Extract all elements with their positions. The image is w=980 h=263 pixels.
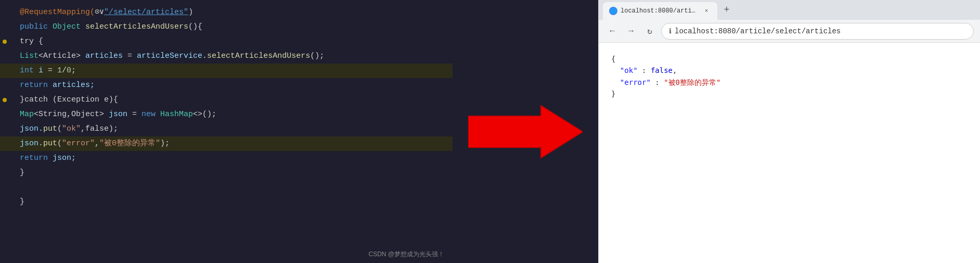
ret-articles: articles; — [48, 81, 95, 90]
comma-2: , — [95, 139, 99, 148]
json-ref-1: json. — [20, 124, 43, 133]
service-method: selectArticlesAndUsers — [207, 52, 310, 60]
annotation-keyword: @RequestMapping( — [20, 8, 95, 17]
line-6-content: return articles; — [9, 78, 447, 93]
code-line-8: Map<String,Object> json = new HashMap<>(… — [0, 107, 453, 122]
ok-key: "ok" — [62, 124, 81, 133]
sym: ⊙∨ — [95, 8, 104, 17]
put-method-1: put — [43, 124, 57, 133]
eq2: = — [43, 66, 57, 75]
lock-icon: ℹ — [669, 27, 672, 35]
line-1-content: @RequestMapping(⊙∨"/select/articles") — [9, 5, 447, 20]
code-line-12: } — [0, 166, 453, 180]
code-line-11: return json; — [0, 151, 453, 166]
dot: . — [202, 52, 207, 60]
code-line-9: json.put("ok",false); — [0, 122, 453, 136]
right-arrow-icon — [468, 103, 583, 160]
code-line-5: int i = 1/0; — [0, 64, 453, 78]
json-brace-open: { — [611, 53, 968, 65]
json-ok-line: "ok" : false, — [611, 65, 968, 76]
json-error-line: "error" : "被0整除的异常" — [611, 77, 968, 88]
brace: (){ — [188, 22, 202, 31]
type-object: Object — [53, 22, 85, 31]
close-paren: ); — [160, 139, 170, 148]
json-brace-close: } — [611, 88, 968, 99]
code-line-13 — [0, 180, 453, 195]
line-3-content: try { — [9, 34, 447, 49]
kw-new: new — [141, 110, 160, 119]
browser-content: { "ok" : false, "error" : "被0整除的异常" } — [599, 43, 980, 263]
json-ref-2: json. — [20, 139, 43, 148]
kw-return-1: return — [20, 81, 48, 90]
semi: (); — [310, 52, 324, 60]
put-method-2: put — [43, 139, 57, 148]
code-line-2: public Object selectArticlesAndUsers(){ — [0, 20, 453, 34]
code-line-7: }catch (Exception e){ — [0, 93, 453, 107]
margin-indicator-7 — [3, 98, 7, 102]
code-line-4: List<Article> articles = articleService.… — [0, 49, 453, 64]
hashmap-generic: <>(); — [193, 110, 216, 119]
code-line-1: @RequestMapping(⊙∨"/select/articles") — [0, 5, 453, 20]
line-8-content: Map<String,Object> json = new HashMap<>(… — [9, 107, 447, 122]
line-5-content: int i = 1/0; — [9, 64, 447, 78]
tab-close-button[interactable]: × — [702, 6, 711, 16]
line-14-content: } — [9, 195, 447, 209]
new-tab-button[interactable]: + — [719, 3, 734, 17]
browser-panel: 🌐 localhost:8080/article/select/a × + ← … — [598, 0, 980, 263]
address-input[interactable]: ℹ localhost:8080/article/select/articles — [661, 23, 974, 40]
watermark: CSDN @梦想成为光头强！ — [368, 250, 444, 259]
code-line-14: } — [0, 195, 453, 209]
url-text: localhost:8080/article/select/articles — [675, 27, 841, 35]
semi2: ; — [71, 66, 76, 75]
nav-reload-button[interactable]: ↻ — [642, 24, 657, 39]
line-10-content: json.put("error","被0整除的异常"); — [9, 136, 447, 151]
code-line-10: json.put("error","被0整除的异常"); — [0, 136, 453, 151]
comma-1: ,false); — [81, 124, 118, 133]
map-type: Map — [20, 110, 34, 119]
kw-int: int — [20, 66, 34, 75]
var-i: i — [34, 66, 43, 75]
catch-block: }catch (Exception e){ — [20, 95, 118, 104]
num-1: 1 — [57, 66, 62, 75]
generic: <Article> — [38, 52, 85, 60]
nav-forward-button[interactable]: → — [624, 24, 638, 39]
mapping-value: "/select/articles" — [104, 8, 188, 17]
service-ref: articleService — [137, 52, 202, 60]
var-json: json — [109, 110, 127, 119]
line-11-content: return json; — [9, 151, 447, 166]
hashmap-type: HashMap — [160, 110, 193, 119]
line-7-content: }catch (Exception e){ — [9, 93, 447, 107]
paren-2: ( — [57, 139, 62, 148]
eq3: = — [127, 110, 141, 119]
nav-back-button[interactable]: ← — [605, 24, 620, 39]
tab-favicon: 🌐 — [609, 7, 617, 15]
address-bar: ← → ↻ ℹ localhost:8080/article/select/ar… — [599, 20, 980, 43]
ret-json: json; — [48, 154, 76, 162]
paren-1: ( — [57, 124, 62, 133]
method-name: selectArticlesAndUsers — [85, 22, 188, 31]
line-9-content: json.put("ok",false); — [9, 122, 447, 136]
gutter-7 — [0, 98, 9, 102]
sym2: ) — [188, 8, 193, 17]
arrow-panel — [453, 0, 598, 263]
eq: = — [123, 52, 137, 60]
code-line-6: return articles; — [0, 78, 453, 93]
tab-title: localhost:8080/article/select/a — [621, 7, 699, 15]
list-type: List — [20, 52, 38, 60]
close-catch: } — [20, 168, 24, 177]
error-key: "error" — [62, 139, 95, 148]
kw-return-2: return — [20, 154, 48, 162]
margin-indicator — [3, 40, 7, 44]
map-generic: <String,Object> — [34, 110, 109, 119]
line-12-content: } — [9, 166, 447, 180]
line-2-content: public Object selectArticlesAndUsers(){ — [9, 20, 447, 34]
code-line-3: try { — [0, 34, 453, 49]
line-4-content: List<Article> articles = articleService.… — [9, 49, 447, 64]
active-tab[interactable]: 🌐 localhost:8080/article/select/a × — [603, 2, 717, 20]
div-op: / — [62, 66, 67, 75]
error-value: "被0整除的异常" — [99, 139, 160, 148]
browser-tabs: 🌐 localhost:8080/article/select/a × + — [599, 0, 980, 20]
svg-marker-0 — [468, 106, 583, 158]
kw-public: public — [20, 22, 53, 31]
try-block: try { — [20, 37, 43, 46]
